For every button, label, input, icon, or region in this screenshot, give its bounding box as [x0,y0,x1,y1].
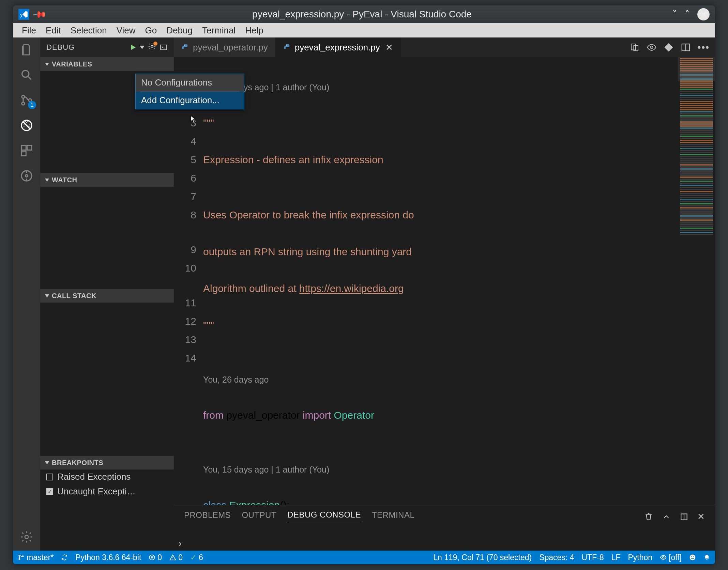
collapse-panel-icon[interactable] [662,512,671,521]
svg-rect-6 [27,145,32,150]
activity-bar: 1 [13,37,40,551]
close-tab-icon[interactable]: ✕ [385,42,393,53]
svg-rect-12 [161,45,167,50]
cursor-position[interactable]: Ln 119, Col 71 (70 selected) [433,553,532,562]
indent-spaces[interactable]: Spaces: 4 [539,553,574,562]
editor-group: pyeval_operator.py pyeval_expression.py … [174,37,715,551]
python-file-icon [181,43,189,51]
scm-icon[interactable]: 1 [19,93,34,108]
svg-rect-7 [21,151,26,156]
svg-point-13 [184,45,185,46]
svg-point-14 [286,45,287,46]
menu-terminal[interactable]: Terminal [197,24,240,37]
menu-go[interactable]: Go [140,24,162,37]
codelens[interactable]: You, 26 days ago [203,371,678,388]
panel-problems[interactable]: PROBLEMS [184,510,231,523]
menu-help[interactable]: Help [240,24,268,37]
svg-point-22 [22,556,23,557]
pin-icon[interactable]: 📌 [32,7,47,22]
codelens[interactable]: You, 15 days ago | 1 author (You) [203,79,678,95]
window-title: pyeval_expression.py - PyEval - Visual S… [52,9,672,20]
tab-expression[interactable]: pyeval_expression.py ✕ [276,37,401,57]
python-file-icon [283,43,291,51]
menu-selection[interactable]: Selection [66,24,112,37]
svg-point-0 [22,71,29,77]
svg-point-26 [691,556,692,557]
debug-console-icon[interactable] [160,43,168,51]
minimize-icon[interactable]: ˅ [672,9,677,20]
encoding[interactable]: UTF-8 [581,553,604,562]
git-branch[interactable]: master* [18,553,54,562]
clear-console-icon[interactable] [644,512,653,521]
panel-debug-console[interactable]: DEBUG CONSOLE [287,510,361,523]
breakpoint-raised[interactable]: Raised Exceptions [40,469,174,484]
close-panel-icon[interactable]: ✕ [697,511,705,522]
svg-point-21 [19,558,20,559]
callstack-header[interactable]: CALL STACK [40,289,174,303]
feedback-icon[interactable] [689,554,696,561]
svg-rect-5 [21,145,26,150]
python-interpreter[interactable]: Python 3.6.6 64-bit [75,553,141,562]
svg-point-1 [22,95,25,98]
menu-file[interactable]: File [17,24,41,37]
scm-badge: 1 [28,101,36,109]
watch-header[interactable]: WATCH [40,173,174,187]
svg-point-24 [663,557,664,558]
language-mode[interactable]: Python [628,553,652,562]
errors-count[interactable]: 0 [149,553,162,562]
notifications-icon[interactable] [703,554,710,561]
titlebar: 📌 pyeval_expression.py - PyEval - Visual… [13,5,715,23]
svg-point-25 [690,555,696,560]
tab-operator[interactable]: pyeval_operator.py [174,37,276,57]
minimap[interactable] [678,57,715,505]
gitlens-toggle-icon[interactable] [647,42,657,52]
warnings-count[interactable]: 0 [169,553,183,562]
status-bar: master* Python 3.6.6 64-bit 0 0 ✓ 6 Ln 1… [13,551,715,564]
svg-rect-15 [631,44,636,50]
codelens[interactable]: You, 15 days ago | 1 author (You) [203,461,678,478]
dd-add-config[interactable]: Add Configuration... [136,92,244,109]
more-actions-icon[interactable]: ••• [698,42,710,53]
editor-tabs: pyeval_operator.py pyeval_expression.py … [174,37,715,57]
explorer-icon[interactable] [19,42,34,57]
gitlens-icon[interactable] [19,168,34,183]
find-references-icon[interactable] [630,42,640,52]
extensions-icon[interactable] [19,143,34,158]
svg-point-2 [22,102,25,105]
settings-gear-icon[interactable] [19,529,34,544]
breakpoint-uncaught[interactable]: ✓Uncaught Excepti… [40,484,174,499]
svg-point-27 [693,556,694,557]
config-dropdown-icon[interactable] [140,46,145,49]
svg-point-20 [19,555,20,556]
panel-output[interactable]: OUTPUT [242,510,276,523]
menu-debug[interactable]: Debug [162,24,197,37]
debug-sidebar: DEBUG VARIABLES WATCH CALL STACK BREAKPO… [40,37,174,551]
close-icon[interactable]: ✕ [697,8,710,20]
start-debug-icon[interactable] [129,43,137,51]
eol[interactable]: LF [611,553,621,562]
maximize-panel-icon[interactable] [680,512,688,521]
line-gutter: . 1 2 3 4 5 6 7 8 . 9 10 . 11 12 13 14 [174,57,203,505]
debug-settings-icon[interactable] [148,42,156,52]
debug-icon[interactable] [19,118,34,133]
search-icon[interactable] [19,67,34,82]
code-editor[interactable]: . 1 2 3 4 5 6 7 8 . 9 10 . 11 12 13 14 [174,57,715,505]
dd-no-config[interactable]: No Configurations [136,74,244,91]
live-share[interactable]: [off] [660,553,682,562]
split-editor-icon[interactable] [681,42,691,52]
svg-point-11 [151,45,153,47]
diff-icon[interactable] [664,42,674,52]
breakpoints-header[interactable]: BREAKPOINTS [40,456,174,469]
svg-point-17 [650,46,653,49]
menu-view[interactable]: View [112,24,140,37]
svg-point-9 [26,175,28,177]
variables-header[interactable]: VARIABLES [40,57,174,71]
menu-edit[interactable]: Edit [41,24,66,37]
config-dropdown: No Configurations Add Configuration... [135,74,244,109]
panel-terminal[interactable]: TERMINAL [372,510,414,523]
maximize-icon[interactable]: ˄ [685,9,690,20]
tests-passing[interactable]: ✓ 6 [190,553,203,562]
breadcrumb[interactable]: › [174,536,715,551]
mouse-cursor-icon [189,115,197,124]
sync-icon[interactable] [61,554,68,561]
